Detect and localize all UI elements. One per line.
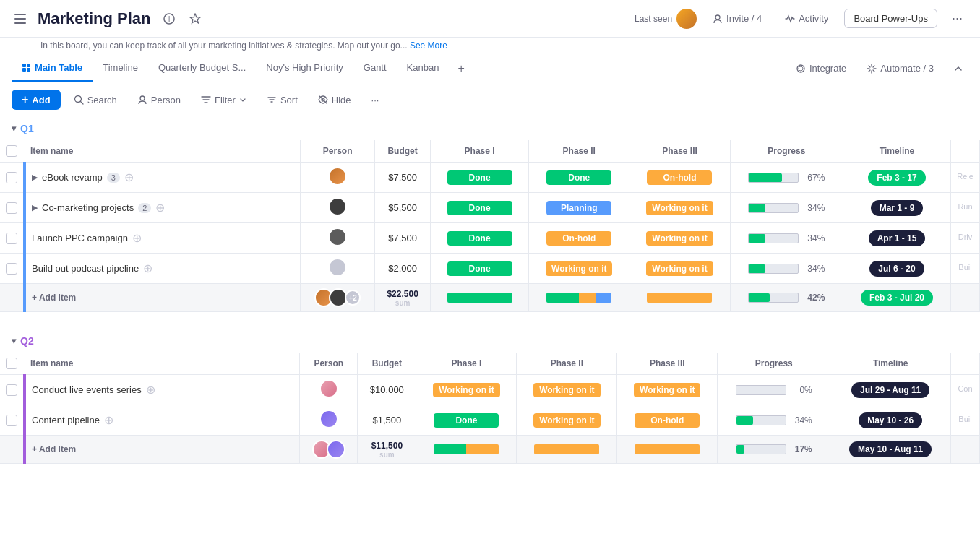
star-icon[interactable] [185,9,205,29]
group-q1-header[interactable]: ▾ Q1 [0,117,980,140]
row-progress-cell: 0% [718,375,830,405]
row-phase2-cell[interactable]: Working on it [517,375,617,405]
sort-button[interactable]: Sort [259,91,305,109]
row-phase2-cell[interactable]: On-hold [529,223,629,254]
svg-rect-1 [14,18,26,20]
row-expand-icon[interactable]: ▶ [32,173,38,182]
row-phase1-cell[interactable]: Done [431,223,529,254]
row-checkbox[interactable] [6,263,17,275]
more-options-icon[interactable]: ··· [946,8,968,29]
group-q2-chevron[interactable]: ▾ [12,336,16,346]
row-budget-cell: $10,000 [358,375,416,405]
phase1-badge: Working on it [433,383,499,397]
see-more-link[interactable]: See More [410,40,447,51]
row-name-cell: ▶ Co-marketing projects 2 ⊕ [25,193,301,223]
row-budget-cell: $5,500 [375,193,431,223]
row-phase2-cell[interactable]: Done [529,163,629,193]
row-add-icon[interactable]: ⊕ [132,231,142,245]
q2-summary-row: + Add Item $11,500 sum [0,436,980,464]
q2-header-checkbox[interactable] [6,358,17,369]
table-row: ▶ eBook revamp 3 ⊕ $7,500 Done [0,163,980,193]
row-phase2-cell[interactable]: Working on it [517,405,617,436]
row-phase3-cell[interactable]: On-hold [617,405,718,436]
row-phase3-cell[interactable]: Working on it [617,375,718,405]
row-checkbox[interactable] [6,384,17,396]
row-checkbox[interactable] [6,172,17,183]
row-checkbox[interactable] [6,202,17,214]
table-row: ▶ Co-marketing projects 2 ⊕ $5,500 Done [0,193,980,223]
tab-high-priority[interactable]: Noy's High Priority [256,55,353,82]
group-q1-chevron[interactable]: ▾ [12,124,16,134]
row-phase2-cell[interactable]: Planning [529,193,629,223]
tab-kanban[interactable]: Kanban [397,55,450,82]
row-phase1-cell[interactable]: Done [431,193,529,223]
table-row: Content pipeline ⊕ $1,500 Done Working o… [0,405,980,436]
automate-button[interactable]: Automate / 3 [861,60,940,77]
row-phase2-cell[interactable]: Working on it [529,254,629,284]
row-name-cell: Content pipeline ⊕ [25,405,300,436]
row-name-cell: Launch PPC campaign ⊕ [25,223,301,254]
row-phase3-cell[interactable]: On-hold [629,163,730,193]
row-add-icon[interactable]: ⊕ [143,261,152,275]
tab-quarterly-budget[interactable]: Quarterly Budget S... [148,55,256,82]
row-checkbox[interactable] [6,444,17,455]
row-checkbox[interactable] [6,233,17,244]
group-q2-header[interactable]: ▾ Q2 [0,329,980,353]
info-icon[interactable]: i [159,9,179,29]
tab-timeline[interactable]: Timeline [93,55,148,82]
q2-col-phase1: Phase I [416,353,517,375]
phase1-badge: Done [447,231,512,246]
row-expand-icon[interactable]: ▶ [32,203,38,212]
row-progress-cell: 34% [730,193,843,223]
q1-header-row: Item name Person Budget Phase I Phase II… [0,140,980,163]
row-progress-cell: 34% [730,223,843,254]
hide-button[interactable]: Hide [311,91,358,109]
row-phase3-cell[interactable]: Working on it [629,223,730,254]
row-overflow-cell: Buil [951,405,980,436]
add-button[interactable]: + Add [12,90,61,110]
row-add-icon[interactable]: ⊕ [104,413,113,427]
activity-button[interactable]: Activity [778,9,835,27]
progress-pct: 34% [803,233,825,243]
person-button[interactable]: Person [130,91,188,109]
board-power-ups-button[interactable]: Board Power-Ups [844,9,937,28]
q1-summary-phase3 [629,284,730,312]
row-person-cell [301,193,375,223]
row-phase1-cell[interactable]: Working on it [416,375,517,405]
row-add-icon[interactable]: ⊕ [124,170,134,184]
more-toolbar-icon[interactable]: ··· [364,91,387,109]
avatar [328,228,347,246]
collapse-icon[interactable] [948,61,968,76]
group-q2: ▾ Q2 Item name Person Budget Phase I Pha… [0,329,980,464]
row-phase1-cell[interactable]: Done [431,163,529,193]
integrate-button[interactable]: Integrate [790,60,852,77]
invite-button[interactable]: Invite / 4 [705,9,769,27]
row-progress-cell: 34% [718,405,830,436]
row-add-icon[interactable]: ⊕ [146,383,155,397]
sidebar-toggle[interactable] [12,10,29,27]
tabs: Main Table Timeline Quarterly Budget S..… [0,55,980,82]
q1-add-item[interactable]: + Add Item [25,284,301,312]
tab-add-button[interactable]: + [449,56,473,81]
tab-main-table[interactable]: Main Table [12,55,93,82]
row-phase3-cell[interactable]: Working on it [629,193,730,223]
row-count-badge: 2 [138,203,151,213]
row-timeline-cell: Mar 1 - 9 [843,193,951,223]
row-phase3-cell[interactable]: Working on it [629,254,730,284]
q2-summary-phase3 [617,436,718,464]
header: Marketing Plan i Last seen Invite / 4 Ac… [0,0,980,38]
tab-gantt[interactable]: Gantt [353,55,397,82]
row-phase1-cell[interactable]: Done [431,254,529,284]
row-checkbox[interactable] [6,292,17,303]
q2-add-item[interactable]: + Add Item [25,436,300,464]
row-checkbox[interactable] [6,415,17,426]
row-phase1-cell[interactable]: Done [416,405,517,436]
row-overflow-cell: Con [951,375,980,405]
filter-button[interactable]: Filter [194,91,254,109]
q1-table-wrapper: Item name Person Budget Phase I Phase II… [0,140,980,312]
q1-header-checkbox[interactable] [6,145,17,157]
search-button[interactable]: Search [66,91,124,109]
row-add-icon[interactable]: ⊕ [155,201,165,215]
row-timeline-cell: Jul 6 - 20 [843,254,951,284]
phase3-badge: Working on it [646,201,713,215]
